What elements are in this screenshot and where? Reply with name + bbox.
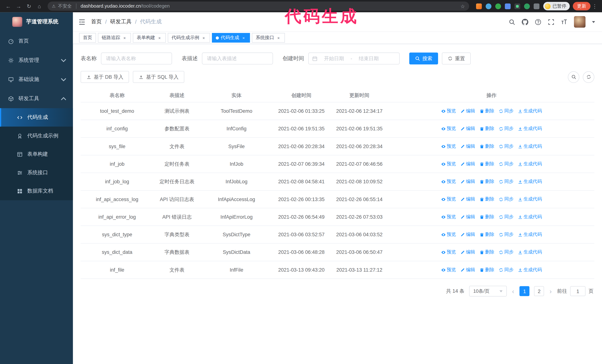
puzzle-extension-icon[interactable] bbox=[534, 3, 539, 9]
refresh-table-button[interactable] bbox=[583, 71, 594, 83]
close-icon[interactable]: × bbox=[122, 36, 127, 40]
close-icon[interactable]: × bbox=[157, 36, 162, 40]
date-range-picker[interactable]: - bbox=[308, 52, 399, 64]
close-icon[interactable]: × bbox=[276, 36, 281, 40]
sync-link[interactable]: 同步 bbox=[498, 161, 514, 167]
delete-link[interactable]: 删除 bbox=[479, 108, 494, 114]
generate-code-link[interactable]: 生成代码 bbox=[518, 125, 542, 132]
sidebar-item-form-builder[interactable]: 表单构建 bbox=[0, 145, 73, 163]
sidebar-item-db-doc[interactable]: 数据库文档 bbox=[0, 182, 73, 200]
next-page-button[interactable]: › bbox=[549, 288, 553, 294]
extension-icon[interactable] bbox=[514, 3, 520, 9]
preview-link[interactable]: 预览 bbox=[441, 143, 456, 150]
sync-link[interactable]: 同步 bbox=[498, 125, 514, 132]
edit-link[interactable]: 编辑 bbox=[460, 161, 475, 167]
delete-link[interactable]: 删除 bbox=[479, 231, 494, 238]
edit-link[interactable]: 编辑 bbox=[460, 214, 475, 220]
edit-link[interactable]: 编辑 bbox=[460, 143, 475, 150]
delete-link[interactable]: 删除 bbox=[479, 214, 494, 220]
generate-code-link[interactable]: 生成代码 bbox=[518, 249, 542, 256]
preview-link[interactable]: 预览 bbox=[441, 249, 456, 256]
preview-link[interactable]: 预览 bbox=[441, 231, 456, 238]
font-size-icon[interactable] bbox=[561, 19, 567, 25]
tab-codegen-example[interactable]: 代码生成示例× bbox=[168, 33, 210, 42]
page-size-select[interactable]: 10条/页 bbox=[469, 286, 507, 296]
reset-button[interactable]: 重置 bbox=[442, 52, 471, 64]
sidebar-item-codegen-example[interactable]: 代码生成示例 bbox=[0, 127, 73, 145]
sidebar-item-system[interactable]: 系统管理 bbox=[0, 51, 73, 70]
preview-link[interactable]: 预览 bbox=[441, 267, 456, 273]
app-logo[interactable]: 芋道管理系统 bbox=[0, 12, 73, 31]
breadcrumb-home[interactable]: 首页 bbox=[91, 18, 102, 25]
delete-link[interactable]: 删除 bbox=[479, 178, 494, 185]
toggle-search-button[interactable] bbox=[568, 71, 580, 83]
tab-form-builder[interactable]: 表单构建× bbox=[133, 33, 166, 42]
delete-link[interactable]: 删除 bbox=[479, 249, 494, 256]
user-caret-icon[interactable] bbox=[592, 21, 595, 23]
edit-link[interactable]: 编辑 bbox=[460, 196, 475, 203]
home-icon[interactable]: ⌂ bbox=[34, 0, 44, 12]
import-db-button[interactable]: 基于 DB 导入 bbox=[81, 71, 129, 83]
page-button-1[interactable]: 1 bbox=[520, 286, 530, 296]
tab-codegen[interactable]: 代码生成× bbox=[212, 33, 250, 42]
edit-link[interactable]: 编辑 bbox=[460, 249, 475, 256]
edit-link[interactable]: 编辑 bbox=[460, 125, 475, 132]
extension-icon[interactable] bbox=[495, 3, 501, 9]
generate-code-link[interactable]: 生成代码 bbox=[518, 161, 542, 167]
fullscreen-icon[interactable] bbox=[548, 19, 554, 25]
browser-update-button[interactable]: 更新 bbox=[573, 2, 590, 10]
sidebar-item-codegen[interactable]: 代码生成 bbox=[0, 108, 73, 126]
preview-link[interactable]: 预览 bbox=[441, 214, 456, 220]
preview-link[interactable]: 预览 bbox=[441, 178, 456, 185]
bookmark-star-icon[interactable]: ☆ bbox=[461, 3, 465, 9]
preview-link[interactable]: 预览 bbox=[441, 108, 456, 114]
prev-page-button[interactable]: ‹ bbox=[511, 288, 515, 294]
sync-link[interactable]: 同步 bbox=[498, 267, 514, 273]
sidebar-item-dev-tools[interactable]: 研发工具 bbox=[0, 89, 73, 108]
user-avatar[interactable] bbox=[574, 16, 586, 28]
url-bar[interactable]: ⚠ 不安全 dashboard.yudao.iocoder.cn/tool/co… bbox=[48, 1, 469, 11]
close-icon[interactable]: × bbox=[241, 36, 246, 40]
sync-link[interactable]: 同步 bbox=[498, 178, 514, 185]
breadcrumb-dev-tools[interactable]: 研发工具 bbox=[110, 18, 132, 25]
generate-code-link[interactable]: 生成代码 bbox=[518, 231, 542, 238]
generate-code-link[interactable]: 生成代码 bbox=[518, 143, 542, 150]
back-icon[interactable]: ← bbox=[3, 0, 13, 12]
forward-icon[interactable]: → bbox=[13, 0, 24, 12]
tab-tracing[interactable]: 链路追踪× bbox=[98, 33, 131, 42]
extension-icon[interactable] bbox=[486, 3, 491, 9]
url-text[interactable]: dashboard.yudao.iocoder.cn/tool/codegen bbox=[81, 3, 458, 9]
edit-link[interactable]: 编辑 bbox=[460, 108, 475, 114]
tab-home[interactable]: 首页 bbox=[79, 33, 96, 42]
search-button[interactable]: 搜索 bbox=[409, 52, 438, 64]
sync-link[interactable]: 同步 bbox=[498, 196, 514, 203]
page-button-2[interactable]: 2 bbox=[534, 286, 544, 296]
preview-link[interactable]: 预览 bbox=[441, 196, 456, 203]
generate-code-link[interactable]: 生成代码 bbox=[518, 267, 542, 273]
help-icon[interactable] bbox=[535, 19, 541, 25]
table-name-input[interactable] bbox=[101, 52, 172, 64]
security-label[interactable]: 不安全 bbox=[58, 3, 72, 10]
goto-page-input[interactable] bbox=[570, 286, 586, 296]
import-sql-button[interactable]: 基于 SQL 导入 bbox=[133, 71, 184, 83]
preview-link[interactable]: 预览 bbox=[441, 125, 456, 132]
edit-link[interactable]: 编辑 bbox=[460, 178, 475, 185]
preview-link[interactable]: 预览 bbox=[441, 161, 456, 167]
edit-link[interactable]: 编辑 bbox=[460, 231, 475, 238]
sidebar-item-system-api[interactable]: 系统接口 bbox=[0, 164, 73, 182]
generate-code-link[interactable]: 生成代码 bbox=[518, 196, 542, 203]
generate-code-link[interactable]: 生成代码 bbox=[518, 178, 542, 185]
github-icon[interactable] bbox=[522, 19, 528, 25]
browser-menu-icon[interactable]: ⋮ bbox=[591, 3, 599, 9]
sync-link[interactable]: 同步 bbox=[498, 231, 514, 238]
delete-link[interactable]: 删除 bbox=[479, 267, 494, 273]
extension-icon[interactable] bbox=[524, 3, 530, 9]
sync-link[interactable]: 同步 bbox=[498, 249, 514, 256]
edit-link[interactable]: 编辑 bbox=[460, 267, 475, 273]
delete-link[interactable]: 删除 bbox=[479, 161, 494, 167]
search-icon[interactable] bbox=[509, 19, 515, 25]
end-date-input[interactable] bbox=[355, 55, 383, 62]
table-desc-input[interactable] bbox=[202, 52, 273, 64]
extension-icon[interactable] bbox=[476, 3, 482, 9]
extension-icon[interactable] bbox=[505, 3, 511, 9]
